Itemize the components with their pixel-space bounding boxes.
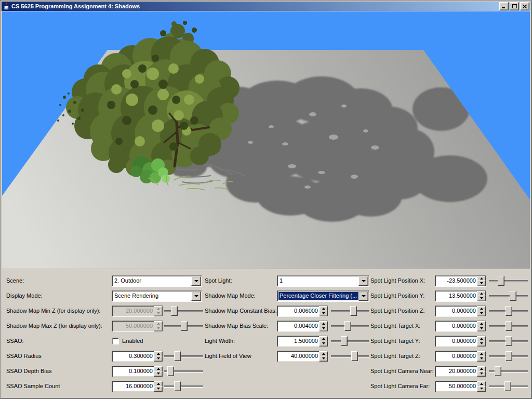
spot-light-position-x-value[interactable]: -23.500000 bbox=[436, 276, 477, 286]
spin-down-icon[interactable] bbox=[477, 356, 486, 362]
ssao-sample-count-spinner[interactable]: 16.000000 bbox=[112, 381, 163, 392]
spot-light-target-x-slider[interactable] bbox=[488, 321, 528, 331]
spot-light-position-x-slider-thumb[interactable] bbox=[498, 276, 504, 286]
chevron-down-icon[interactable] bbox=[358, 291, 368, 301]
spot-light-position-x-spinner[interactable]: -23.500000 bbox=[435, 275, 486, 287]
spin-down-icon[interactable] bbox=[477, 296, 486, 301]
minimize-button[interactable] bbox=[499, 2, 509, 10]
spot-light-camera-near-spinner[interactable]: 20.000000 bbox=[435, 366, 486, 377]
spot-light-camera-far-slider[interactable] bbox=[488, 381, 528, 391]
spin-down-icon[interactable] bbox=[477, 341, 486, 347]
ssao-enabled-label[interactable]: Enabled bbox=[122, 336, 143, 346]
light-width-slider-thumb[interactable] bbox=[341, 336, 348, 346]
ssao-depth-bias-value[interactable]: 0.100000 bbox=[113, 367, 154, 376]
shadow-map-mode-dropdown[interactable]: Percentage Closer Filtering (... bbox=[277, 290, 369, 302]
spin-down-icon[interactable] bbox=[319, 311, 328, 316]
spin-down-icon[interactable] bbox=[477, 326, 486, 331]
spot-light-target-x-slider-thumb[interactable] bbox=[506, 321, 512, 331]
shadow-map-min-z-value: 20.000000 bbox=[113, 307, 154, 316]
spin-down-icon[interactable] bbox=[477, 371, 486, 377]
spot-light-target-y-value[interactable]: 0.000000 bbox=[436, 337, 477, 346]
spin-down-icon[interactable] bbox=[319, 356, 328, 362]
ssao-radius-slider-thumb[interactable] bbox=[174, 351, 181, 361]
light-width-value[interactable]: 1.500000 bbox=[278, 337, 320, 346]
spot-light-position-x-slider[interactable] bbox=[488, 275, 528, 286]
light-field-of-view-slider-thumb[interactable] bbox=[351, 351, 358, 361]
spin-down-icon[interactable] bbox=[477, 311, 486, 316]
scene-dropdown[interactable]: 2. Outdoor bbox=[112, 275, 202, 287]
shadow-map-max-z-slider[interactable] bbox=[164, 321, 204, 331]
spot-light-position-y-slider-thumb[interactable] bbox=[510, 291, 516, 301]
spot-light-dropdown[interactable]: 1 bbox=[277, 275, 369, 287]
spin-down-icon[interactable] bbox=[319, 326, 328, 331]
spot-light-position-y-value[interactable]: 13.500000 bbox=[436, 291, 477, 301]
spot-light-target-z-slider-thumb[interactable] bbox=[506, 351, 512, 361]
shadow-map-bias-scale-slider[interactable] bbox=[330, 321, 369, 331]
scene-3d[interactable] bbox=[2, 11, 530, 269]
ssao-radius-spinner[interactable]: 0.300000 bbox=[112, 351, 163, 362]
shadow-map-min-z-slider[interactable] bbox=[164, 305, 204, 316]
chevron-down-icon[interactable] bbox=[191, 276, 201, 286]
spin-down-icon[interactable] bbox=[154, 371, 163, 377]
shadow-map-bias-scale-slider-thumb[interactable] bbox=[344, 321, 351, 331]
shadow-map-min-z-slider-thumb[interactable] bbox=[171, 306, 178, 316]
spot-light-position-y-slider[interactable] bbox=[488, 290, 528, 301]
spin-down-icon[interactable] bbox=[477, 386, 486, 392]
spot-light-camera-far-value[interactable]: 50.000000 bbox=[436, 382, 477, 391]
title-bar[interactable]: CS 5625 Programming Assignment 4: Shadow… bbox=[2, 2, 530, 11]
spot-light-camera-far-spinner[interactable]: 50.000000 bbox=[435, 381, 486, 392]
maximize-button[interactable] bbox=[510, 2, 519, 10]
spot-light-target-z-value[interactable]: 0.000000 bbox=[436, 352, 477, 361]
spin-down-icon[interactable] bbox=[154, 386, 163, 392]
ssao-enabled-checkbox[interactable] bbox=[112, 338, 119, 344]
spot-light-position-z-slider-thumb[interactable] bbox=[506, 306, 512, 316]
render-viewport[interactable] bbox=[2, 11, 530, 269]
spin-down-icon[interactable] bbox=[319, 341, 328, 347]
light-width-slider[interactable] bbox=[330, 336, 369, 346]
shadow-map-constant-bias-slider[interactable] bbox=[330, 305, 369, 316]
spot-light-target-z-slider[interactable] bbox=[488, 351, 528, 361]
spot-light-position-y-label: Spot Light Position Y: bbox=[370, 290, 424, 301]
spot-light-camera-near-value[interactable]: 20.000000 bbox=[436, 367, 477, 376]
shadow-map-max-z-slider-thumb[interactable] bbox=[181, 321, 188, 331]
close-button[interactable] bbox=[520, 2, 529, 10]
ssao-depth-bias-spinner[interactable]: 0.100000 bbox=[112, 366, 163, 377]
spin-down-icon[interactable] bbox=[477, 281, 486, 286]
shadow-map-bias-scale-value[interactable]: 0.004000 bbox=[278, 322, 320, 331]
spot-light-target-y-spinner[interactable]: 0.000000 bbox=[435, 336, 486, 347]
ssao-sample-count-value[interactable]: 16.000000 bbox=[113, 382, 154, 391]
ssao-radius-value[interactable]: 0.300000 bbox=[113, 352, 154, 361]
spot-light-position-z-spinner[interactable]: 0.000000 bbox=[435, 305, 486, 317]
shadow-map-constant-bias-value[interactable]: 0.006000 bbox=[278, 307, 320, 316]
ssao-sample-count-slider[interactable] bbox=[164, 381, 204, 391]
shadow-map-constant-bias-slider-thumb[interactable] bbox=[350, 306, 357, 316]
spot-light-camera-far-slider-thumb[interactable] bbox=[504, 381, 511, 391]
spot-light-target-y-slider[interactable] bbox=[488, 336, 528, 346]
spot-light-position-y-spinner[interactable]: 13.500000 bbox=[435, 290, 486, 302]
ssao-depth-bias-slider[interactable] bbox=[164, 366, 204, 376]
ssao-sample-count-slider-thumb[interactable] bbox=[174, 381, 181, 391]
spot-light-target-x-value[interactable]: 0.000000 bbox=[436, 322, 477, 331]
light-field-of-view-spinner[interactable]: 40.000000 bbox=[277, 351, 328, 362]
chevron-down-icon[interactable] bbox=[191, 291, 201, 301]
spot-light-camera-near-slider[interactable] bbox=[488, 366, 528, 376]
light-field-of-view-value[interactable]: 40.000000 bbox=[278, 352, 320, 361]
spot-light-camera-near-slider-thumb[interactable] bbox=[495, 366, 501, 376]
app-window: CS 5625 Programming Assignment 4: Shadow… bbox=[0, 0, 532, 399]
ssao-depth-bias-slider-thumb[interactable] bbox=[167, 366, 174, 376]
spin-down-icon[interactable] bbox=[154, 356, 163, 362]
light-width-spinner[interactable]: 1.500000 bbox=[277, 336, 328, 347]
light-field-of-view-slider[interactable] bbox=[330, 351, 369, 361]
spot-light-target-z-spinner[interactable]: 0.000000 bbox=[435, 351, 486, 362]
display-mode-dropdown[interactable]: Scene Rendering bbox=[112, 290, 202, 302]
spot-light-position-z-value[interactable]: 0.000000 bbox=[436, 307, 477, 316]
ssao-radius-slider[interactable] bbox=[164, 351, 204, 361]
spot-light-position-z-slider[interactable] bbox=[488, 305, 528, 316]
shadow-map-max-z-value: 50.000000 bbox=[113, 322, 154, 331]
spot-light-target-y-slider-thumb[interactable] bbox=[506, 336, 512, 346]
ssao-label: SSAO: bbox=[6, 336, 24, 346]
shadow-map-bias-scale-spinner[interactable]: 0.004000 bbox=[277, 321, 328, 332]
shadow-map-constant-bias-spinner[interactable]: 0.006000 bbox=[277, 305, 328, 317]
chevron-down-icon[interactable] bbox=[358, 276, 368, 286]
spot-light-target-x-spinner[interactable]: 0.000000 bbox=[435, 321, 486, 332]
